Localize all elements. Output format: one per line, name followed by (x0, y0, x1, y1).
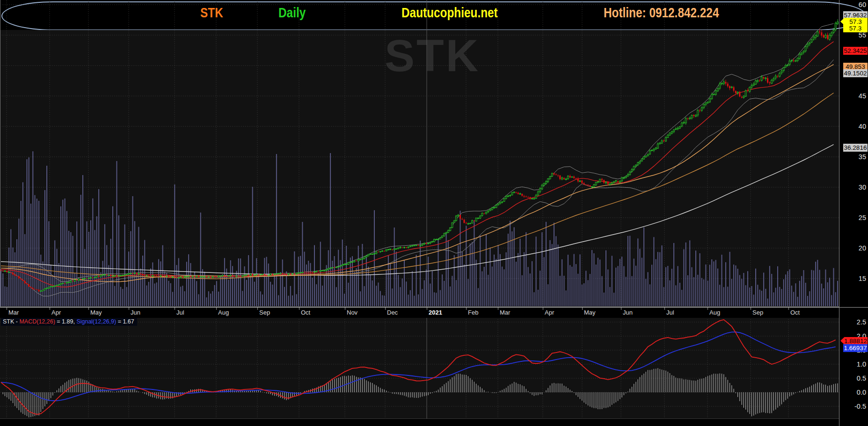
month-label: May (90, 309, 102, 316)
axis-tick-label: 25 (859, 214, 866, 222)
macd-label: MACD(12,26) (19, 318, 55, 325)
month-label: Aug (218, 309, 229, 316)
month-tick (466, 308, 467, 310)
month-label: May (584, 309, 596, 316)
month-label: Jul (666, 309, 674, 316)
month-label: 2021 (429, 309, 442, 316)
month-label: Jun (623, 309, 633, 316)
macd-chart-canvas[interactable] (0, 317, 839, 426)
price-tag: 57.3 (843, 24, 868, 32)
month-tick (664, 308, 665, 310)
macd-value: = 1.89, (55, 318, 77, 325)
month-tick (129, 308, 129, 310)
axis-tick-label: 0.5 (857, 375, 866, 382)
month-label: Mar (500, 309, 510, 316)
month-tick (751, 308, 751, 310)
month-label: Aug (709, 309, 720, 316)
month-label: Apr (51, 309, 61, 316)
month-label: Oct (301, 309, 310, 316)
month-label: Sep (259, 309, 270, 316)
month-tick (216, 308, 217, 310)
signal-label: Signal(12,26,9) (76, 318, 116, 325)
month-tick (621, 308, 621, 310)
month-tick (427, 308, 427, 310)
x-axis: MarAprMayJunJulAugSepOctNovDec2021FebMar… (0, 307, 868, 318)
axis-tick-label: -0.5 (854, 403, 866, 411)
month-label: Nov (347, 309, 357, 316)
month-tick (7, 308, 7, 310)
month-tick (788, 308, 789, 310)
chart-application: STK STK Daily Dautucophieu.net Hotline: … (0, 0, 868, 426)
axis-tick-label: 20 (859, 244, 866, 252)
axis-tick-label: 35 (859, 153, 866, 161)
month-label: Oct (790, 309, 800, 316)
price-tag: 49.1502 (843, 69, 868, 77)
macd-legend-symbol: STK - (3, 318, 19, 325)
month-tick (582, 308, 583, 310)
axis-tick-label: 30 (859, 184, 866, 191)
month-label: Apr (545, 309, 554, 316)
axis-tick-label: 60 (859, 1, 866, 9)
price-axis: 605550454035302520152.52.01.51.00.50.0-0… (839, 0, 868, 426)
hotline-label: Hotline: 0912.842.224 (604, 5, 719, 21)
price-tag: 36.2816 (843, 144, 868, 152)
month-tick (88, 308, 89, 310)
month-label: Dec (387, 309, 398, 316)
watermark: STK (385, 30, 480, 81)
axis-tick-label: 55 (859, 31, 866, 39)
month-tick (257, 308, 258, 310)
month-tick (50, 308, 50, 310)
month-label: Mar (8, 309, 19, 316)
axis-tick-label: 0.0 (857, 389, 866, 397)
price-tag: 52.3425 (843, 47, 868, 55)
month-tick (498, 308, 498, 310)
axis-tick-label: 2.5 (857, 318, 866, 326)
month-tick (708, 308, 708, 310)
month-tick (175, 308, 175, 310)
axis-tick-label: 40 (859, 123, 866, 131)
price-tag: 1.66937 (843, 344, 868, 352)
signal-value: = 1.67 (116, 318, 134, 325)
month-label: Sep (752, 309, 763, 316)
axis-tick-label: 45 (859, 92, 866, 100)
month-label: Jul (176, 309, 184, 316)
axis-tick-label: 15 (859, 275, 866, 283)
month-tick (299, 308, 299, 310)
axis-tick-label: 1.0 (857, 360, 866, 368)
month-label: Jun (131, 309, 140, 316)
month-tick (543, 308, 543, 310)
month-tick (385, 308, 386, 310)
month-tick (345, 308, 345, 310)
price-chart-canvas[interactable]: STK (0, 0, 839, 307)
macd-legend: STK - MACD(12,26) = 1.89, Signal(12,26,9… (1, 318, 137, 326)
month-label: Feb (468, 309, 478, 316)
site-name: Dautucophieu.net (401, 5, 498, 21)
timeframe-label: Daily (278, 5, 306, 21)
ticker-symbol: STK (200, 5, 223, 21)
